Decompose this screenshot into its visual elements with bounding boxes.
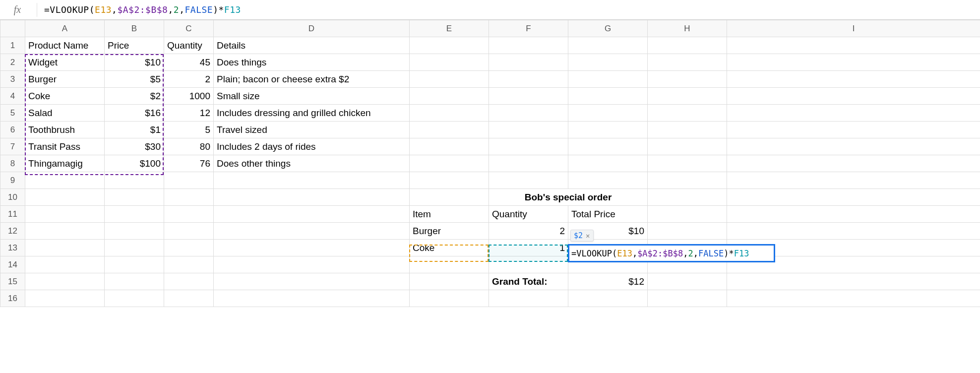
row-header-6[interactable]: 6 xyxy=(0,122,25,138)
col-header-i[interactable]: I xyxy=(727,20,980,37)
cell-e12[interactable]: Burger xyxy=(410,223,489,240)
cell-a1[interactable]: Product Name xyxy=(25,37,105,54)
active-cell-editor[interactable]: =VLOOKUP(E13,$A$2:$B$8,2,FALSE)*F13 xyxy=(568,244,775,262)
cell-c3[interactable]: 2 xyxy=(164,71,214,88)
cell-b12[interactable] xyxy=(105,223,164,240)
cell-d11[interactable] xyxy=(214,206,410,223)
cell-a15[interactable] xyxy=(25,273,105,290)
cell-b3[interactable]: $5 xyxy=(105,71,164,88)
cell-c11[interactable] xyxy=(164,206,214,223)
cell-i4[interactable] xyxy=(727,88,980,105)
cell-a16[interactable] xyxy=(25,290,105,307)
cell-e8[interactable] xyxy=(410,155,489,172)
cell-c16[interactable] xyxy=(164,290,214,307)
formula-preview-tooltip[interactable]: $2 ✕ xyxy=(570,230,594,242)
cell-a11[interactable] xyxy=(25,206,105,223)
cell-f15[interactable]: Grand Total: xyxy=(489,273,568,290)
cell-b4[interactable]: $2 xyxy=(105,88,164,105)
cell-e4[interactable] xyxy=(410,88,489,105)
cell-d16[interactable] xyxy=(214,290,410,307)
cell-f6[interactable] xyxy=(489,122,568,138)
cell-e2[interactable] xyxy=(410,54,489,71)
cell-e15[interactable] xyxy=(410,273,489,290)
cell-h15[interactable] xyxy=(648,273,727,290)
cell-f9[interactable] xyxy=(489,172,568,189)
row-header-14[interactable]: 14 xyxy=(0,256,25,273)
cell-h11[interactable] xyxy=(648,206,727,223)
cell-f4[interactable] xyxy=(489,88,568,105)
row-header-5[interactable]: 5 xyxy=(0,105,25,122)
cell-i8[interactable] xyxy=(727,155,980,172)
cell-a14[interactable] xyxy=(25,256,105,273)
cell-c9[interactable] xyxy=(164,172,214,189)
cell-d10[interactable] xyxy=(214,189,410,206)
cell-i2[interactable] xyxy=(727,54,980,71)
cell-c14[interactable] xyxy=(164,256,214,273)
cell-e3[interactable] xyxy=(410,71,489,88)
cell-b1[interactable]: Price xyxy=(105,37,164,54)
cell-g5[interactable] xyxy=(568,105,648,122)
cell-e7[interactable] xyxy=(410,138,489,155)
cell-g8[interactable] xyxy=(568,155,648,172)
cell-b10[interactable] xyxy=(105,189,164,206)
cell-d6[interactable]: Travel sized xyxy=(214,122,410,138)
cell-g9[interactable] xyxy=(568,172,648,189)
cell-d13[interactable] xyxy=(214,240,410,256)
cell-g2[interactable] xyxy=(568,54,648,71)
cell-a5[interactable]: Salad xyxy=(25,105,105,122)
cell-h1[interactable] xyxy=(648,37,727,54)
cell-h5[interactable] xyxy=(648,105,727,122)
cell-i5[interactable] xyxy=(727,105,980,122)
cell-g11[interactable]: Total Price xyxy=(568,206,648,223)
cell-f8[interactable] xyxy=(489,155,568,172)
cell-f1[interactable] xyxy=(489,37,568,54)
cell-f3[interactable] xyxy=(489,71,568,88)
cell-b11[interactable] xyxy=(105,206,164,223)
row-header-8[interactable]: 8 xyxy=(0,155,25,172)
cell-d3[interactable]: Plain; bacon or cheese extra $2 xyxy=(214,71,410,88)
cell-d9[interactable] xyxy=(214,172,410,189)
cell-c4[interactable]: 1000 xyxy=(164,88,214,105)
cell-b6[interactable]: $1 xyxy=(105,122,164,138)
cell-b15[interactable] xyxy=(105,273,164,290)
col-header-e[interactable]: E xyxy=(410,20,489,37)
row-header-2[interactable]: 2 xyxy=(0,54,25,71)
cell-e11[interactable]: Item xyxy=(410,206,489,223)
cell-g6[interactable] xyxy=(568,122,648,138)
cell-b2[interactable]: $10 xyxy=(105,54,164,71)
cell-i9[interactable] xyxy=(727,172,980,189)
cell-h8[interactable] xyxy=(648,155,727,172)
cell-g16[interactable] xyxy=(568,290,648,307)
cell-g3[interactable] xyxy=(568,71,648,88)
cell-f7[interactable] xyxy=(489,138,568,155)
row-header-12[interactable]: 12 xyxy=(0,223,25,240)
col-header-b[interactable]: B xyxy=(105,20,164,37)
cell-c13[interactable] xyxy=(164,240,214,256)
cell-g7[interactable] xyxy=(568,138,648,155)
cell-d8[interactable]: Does other things xyxy=(214,155,410,172)
row-header-11[interactable]: 11 xyxy=(0,206,25,223)
cell-d7[interactable]: Includes 2 days of rides xyxy=(214,138,410,155)
cell-d12[interactable] xyxy=(214,223,410,240)
cell-c2[interactable]: 45 xyxy=(164,54,214,71)
cell-i11[interactable] xyxy=(727,206,980,223)
cell-e16[interactable] xyxy=(410,290,489,307)
cell-c7[interactable]: 80 xyxy=(164,138,214,155)
cell-h3[interactable] xyxy=(648,71,727,88)
cell-d14[interactable] xyxy=(214,256,410,273)
cell-c1[interactable]: Quantity xyxy=(164,37,214,54)
cell-i6[interactable] xyxy=(727,122,980,138)
cell-h10[interactable] xyxy=(648,189,727,206)
cell-d1[interactable]: Details xyxy=(214,37,410,54)
cell-f13[interactable]: 1 xyxy=(489,240,568,256)
col-header-a[interactable]: A xyxy=(25,20,105,37)
row-header-7[interactable]: 7 xyxy=(0,138,25,155)
col-header-h[interactable]: H xyxy=(648,20,727,37)
cell-e5[interactable] xyxy=(410,105,489,122)
cell-d15[interactable] xyxy=(214,273,410,290)
cell-a6[interactable]: Toothbrush xyxy=(25,122,105,138)
active-cell-formula[interactable]: =VLOOKUP(E13,$A$2:$B$8,2,FALSE)*F13 xyxy=(569,246,774,261)
row-header-4[interactable]: 4 xyxy=(0,88,25,105)
cell-h7[interactable] xyxy=(648,138,727,155)
cell-f2[interactable] xyxy=(489,54,568,71)
